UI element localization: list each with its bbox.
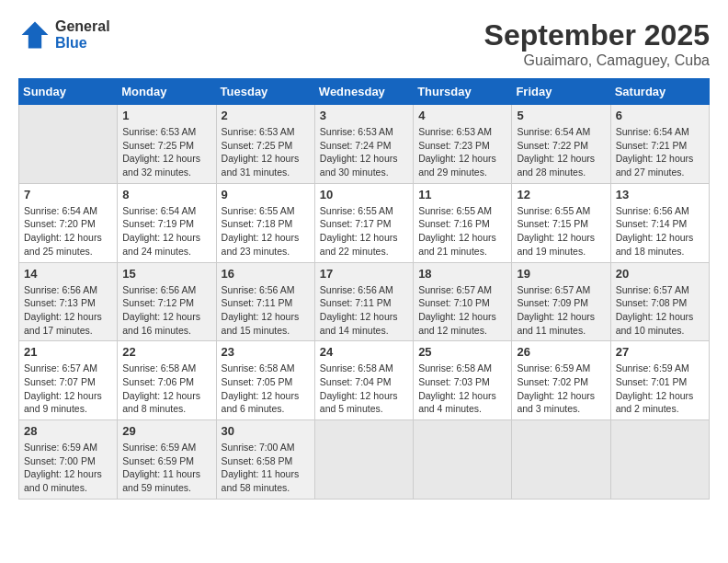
calendar-cell: 27Sunrise: 6:59 AMSunset: 7:01 PMDayligh… [610, 341, 709, 420]
day-number: 11 [418, 188, 506, 201]
calendar-cell: 24Sunrise: 6:58 AMSunset: 7:04 PMDayligh… [314, 341, 413, 420]
calendar-cell: 26Sunrise: 6:59 AMSunset: 7:02 PMDayligh… [512, 341, 610, 420]
weekday-header-tuesday: Tuesday [216, 79, 314, 105]
calendar-cell: 20Sunrise: 6:57 AMSunset: 7:08 PMDayligh… [610, 262, 709, 341]
day-number: 20 [616, 267, 704, 281]
calendar-cell: 17Sunrise: 6:56 AMSunset: 7:11 PMDayligh… [314, 262, 413, 341]
calendar-cell: 1Sunrise: 6:53 AMSunset: 7:25 PMDaylight… [118, 105, 216, 184]
day-info: Sunrise: 6:54 AMSunset: 7:19 PMDaylight:… [122, 204, 210, 259]
calendar-cell: 2Sunrise: 6:53 AMSunset: 7:25 PMDaylight… [216, 105, 314, 184]
day-number: 7 [24, 188, 112, 201]
day-number: 12 [517, 188, 605, 201]
calendar-cell: 23Sunrise: 6:58 AMSunset: 7:05 PMDayligh… [216, 341, 314, 420]
day-info: Sunrise: 6:55 AMSunset: 7:18 PMDaylight:… [222, 204, 310, 259]
calendar-cell: 12Sunrise: 6:55 AMSunset: 7:15 PMDayligh… [512, 183, 610, 262]
calendar-cell [314, 420, 413, 500]
day-info: Sunrise: 6:58 AMSunset: 7:04 PMDaylight:… [320, 362, 408, 416]
day-info: Sunrise: 6:54 AMSunset: 7:20 PMDaylight:… [24, 204, 112, 259]
weekday-header-friday: Friday [512, 79, 610, 105]
day-info: Sunrise: 6:53 AMSunset: 7:25 PMDaylight:… [222, 125, 310, 179]
day-info: Sunrise: 6:58 AMSunset: 7:05 PMDaylight:… [222, 362, 310, 416]
day-number: 25 [418, 345, 506, 359]
weekday-header-thursday: Thursday [414, 79, 512, 105]
day-number: 5 [517, 109, 605, 122]
calendar-cell: 15Sunrise: 6:56 AMSunset: 7:12 PMDayligh… [118, 262, 216, 341]
day-info: Sunrise: 6:56 AMSunset: 7:11 PMDaylight:… [222, 283, 310, 338]
weekday-header-monday: Monday [118, 79, 216, 105]
day-info: Sunrise: 6:56 AMSunset: 7:13 PMDaylight:… [24, 283, 112, 338]
calendar-week-row: 7Sunrise: 6:54 AMSunset: 7:20 PMDaylight… [19, 183, 710, 262]
calendar-cell: 13Sunrise: 6:56 AMSunset: 7:14 PMDayligh… [610, 183, 709, 262]
calendar-cell: 10Sunrise: 6:55 AMSunset: 7:17 PMDayligh… [314, 183, 413, 262]
day-number: 22 [122, 345, 210, 359]
page-header: General Blue September 2025 Guaimaro, Ca… [18, 18, 710, 69]
day-info: Sunrise: 6:57 AMSunset: 7:09 PMDaylight:… [517, 283, 605, 338]
day-number: 18 [418, 267, 506, 281]
day-number: 19 [517, 267, 605, 281]
day-info: Sunrise: 7:00 AMSunset: 6:58 PMDaylight:… [222, 441, 310, 495]
calendar-cell: 5Sunrise: 6:54 AMSunset: 7:22 PMDaylight… [512, 105, 610, 184]
svg-marker-0 [22, 22, 49, 49]
calendar-cell: 4Sunrise: 6:53 AMSunset: 7:23 PMDaylight… [414, 105, 512, 184]
day-info: Sunrise: 6:57 AMSunset: 7:07 PMDaylight:… [24, 362, 112, 416]
calendar-cell: 19Sunrise: 6:57 AMSunset: 7:09 PMDayligh… [512, 262, 610, 341]
day-info: Sunrise: 6:54 AMSunset: 7:22 PMDaylight:… [517, 125, 605, 179]
calendar-cell: 6Sunrise: 6:54 AMSunset: 7:21 PMDaylight… [610, 105, 709, 184]
day-info: Sunrise: 6:53 AMSunset: 7:24 PMDaylight:… [320, 125, 408, 179]
calendar-cell: 25Sunrise: 6:58 AMSunset: 7:03 PMDayligh… [414, 341, 512, 420]
calendar-cell: 9Sunrise: 6:55 AMSunset: 7:18 PMDaylight… [216, 183, 314, 262]
weekday-header-row: SundayMondayTuesdayWednesdayThursdayFrid… [19, 79, 710, 105]
day-info: Sunrise: 6:58 AMSunset: 7:06 PMDaylight:… [122, 362, 210, 416]
day-number: 21 [24, 345, 112, 359]
day-number: 4 [418, 109, 506, 122]
day-info: Sunrise: 6:56 AMSunset: 7:14 PMDaylight:… [616, 204, 704, 259]
day-info: Sunrise: 6:56 AMSunset: 7:12 PMDaylight:… [122, 283, 210, 338]
day-info: Sunrise: 6:54 AMSunset: 7:21 PMDaylight:… [616, 125, 704, 179]
day-number: 26 [517, 345, 605, 359]
calendar-cell: 30Sunrise: 7:00 AMSunset: 6:58 PMDayligh… [216, 420, 314, 500]
day-info: Sunrise: 6:55 AMSunset: 7:16 PMDaylight:… [418, 204, 506, 259]
weekday-header-wednesday: Wednesday [314, 79, 413, 105]
calendar-cell: 14Sunrise: 6:56 AMSunset: 7:13 PMDayligh… [19, 262, 118, 341]
calendar-cell: 7Sunrise: 6:54 AMSunset: 7:20 PMDaylight… [19, 183, 118, 262]
day-number: 29 [122, 424, 210, 438]
logo-general: General [55, 18, 110, 35]
logo-blue: Blue [55, 35, 110, 52]
day-info: Sunrise: 6:53 AMSunset: 7:25 PMDaylight:… [122, 125, 210, 179]
logo-text: General Blue [55, 18, 110, 51]
calendar-cell [512, 420, 610, 500]
calendar-cell [414, 420, 512, 500]
day-info: Sunrise: 6:55 AMSunset: 7:17 PMDaylight:… [320, 204, 408, 259]
calendar-cell: 28Sunrise: 6:59 AMSunset: 7:00 PMDayligh… [19, 420, 118, 500]
day-number: 10 [320, 188, 408, 201]
day-number: 8 [122, 188, 210, 201]
calendar-cell [19, 105, 118, 184]
calendar-cell: 3Sunrise: 6:53 AMSunset: 7:24 PMDaylight… [314, 105, 413, 184]
location: Guaimaro, Camaguey, Cuba [484, 52, 710, 69]
day-number: 13 [616, 188, 704, 201]
calendar-cell: 16Sunrise: 6:56 AMSunset: 7:11 PMDayligh… [216, 262, 314, 341]
day-info: Sunrise: 6:56 AMSunset: 7:11 PMDaylight:… [320, 283, 408, 338]
day-number: 16 [222, 267, 310, 281]
calendar-cell [610, 420, 709, 500]
weekday-header-sunday: Sunday [19, 79, 118, 105]
day-number: 9 [222, 188, 310, 201]
day-info: Sunrise: 6:59 AMSunset: 6:59 PMDaylight:… [122, 441, 210, 495]
day-number: 17 [320, 267, 408, 281]
day-info: Sunrise: 6:59 AMSunset: 7:01 PMDaylight:… [616, 362, 704, 416]
calendar-week-row: 21Sunrise: 6:57 AMSunset: 7:07 PMDayligh… [19, 341, 710, 420]
calendar-week-row: 28Sunrise: 6:59 AMSunset: 7:00 PMDayligh… [19, 420, 710, 500]
calendar-cell: 29Sunrise: 6:59 AMSunset: 6:59 PMDayligh… [118, 420, 216, 500]
day-number: 30 [222, 424, 310, 438]
day-number: 6 [616, 109, 704, 122]
calendar: SundayMondayTuesdayWednesdayThursdayFrid… [18, 78, 710, 500]
day-info: Sunrise: 6:59 AMSunset: 7:02 PMDaylight:… [517, 362, 605, 416]
day-number: 1 [122, 109, 210, 122]
day-number: 28 [24, 424, 112, 438]
day-number: 2 [222, 109, 310, 122]
calendar-week-row: 1Sunrise: 6:53 AMSunset: 7:25 PMDaylight… [19, 105, 710, 184]
calendar-cell: 11Sunrise: 6:55 AMSunset: 7:16 PMDayligh… [414, 183, 512, 262]
calendar-cell: 18Sunrise: 6:57 AMSunset: 7:10 PMDayligh… [414, 262, 512, 341]
day-number: 15 [122, 267, 210, 281]
logo: General Blue [18, 18, 110, 52]
